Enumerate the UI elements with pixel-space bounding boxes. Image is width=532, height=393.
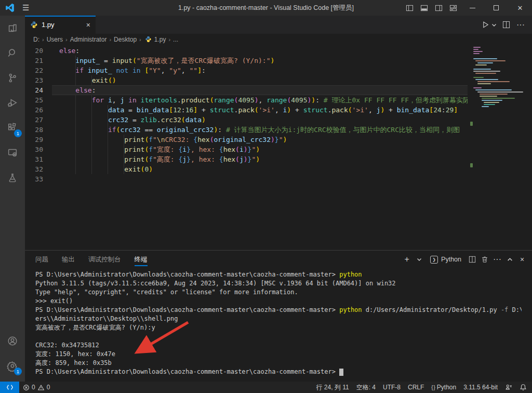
code-text: else: [52, 85, 468, 95]
chevron-right-icon: › [64, 36, 69, 43]
line-number: 22 [25, 66, 52, 75]
terminal-line [35, 332, 522, 341]
code-line-20[interactable]: 20else: [25, 46, 468, 56]
problems-status[interactable]: 0 0 [19, 382, 54, 393]
line-number: 21 [25, 56, 52, 66]
code-line-32[interactable]: 32 exit(0) [25, 164, 468, 174]
breadcrumb-item[interactable]: Administrator [70, 36, 107, 43]
language-status[interactable]: { } Python [428, 382, 460, 393]
minimap[interactable] [470, 45, 532, 250]
tab-close-icon[interactable]: × [86, 21, 90, 29]
panel-tab-output[interactable]: 输出 [62, 251, 75, 268]
kill-terminal-trash-icon[interactable] [479, 253, 490, 266]
breadcrumb: D:› Users› Administrator› Desktop› 1.py›… [25, 34, 532, 45]
chevron-right-icon: › [41, 36, 45, 43]
terminal-output[interactable]: PS D:\Users\Administrator\Downloads\caoz… [35, 270, 522, 379]
code-line-33[interactable]: 33 [25, 174, 468, 184]
encoding-status[interactable]: UTF-8 [379, 382, 404, 393]
panel-tab-problems[interactable]: 问题 [35, 251, 48, 268]
explorer-icon[interactable] [0, 16, 25, 41]
minimap-line [484, 104, 495, 105]
remote-indicator[interactable] [0, 382, 19, 393]
bottom-panel: 问题 输出 调试控制台 终端 + ❯ Python ··· [25, 250, 532, 382]
line-number: 26 [25, 105, 52, 115]
code-line-30[interactable]: 30 print(f"宽度: {i}, hex: {hex(i)}") [25, 145, 468, 154]
code-line-26[interactable]: 26 data = bin_data[12:16] + struct.pack(… [25, 105, 468, 115]
new-terminal-icon[interactable]: + [401, 253, 413, 266]
code-line-28[interactable]: 28 if(crc32 == original_crc32): # 计算当图片大… [25, 125, 468, 135]
terminal-line: CRC32: 0x34735812 [35, 341, 522, 350]
toggle-panel-icon[interactable] [417, 0, 431, 16]
terminal-dropdown-chevron-icon[interactable] [414, 253, 425, 266]
minimap-line [475, 79, 498, 80]
split-editor-icon[interactable] [500, 19, 512, 31]
maximize-panel-chevron-icon[interactable] [504, 253, 515, 266]
code-line-22[interactable]: 22 if input_ not in ["Y", "y", ""]: [25, 66, 468, 75]
line-number: 33 [25, 174, 52, 184]
testing-icon[interactable] [0, 165, 25, 190]
eol-status[interactable]: CRLF [404, 382, 428, 393]
minimize-button[interactable] [460, 0, 484, 16]
tab-1py[interactable]: 1.py × [25, 16, 96, 34]
panel-tab-debug-console[interactable]: 调试控制台 [88, 251, 121, 268]
settings-gear-icon[interactable]: 1 [0, 353, 25, 378]
notifications-bell-icon[interactable] [516, 382, 528, 393]
search-icon[interactable] [0, 41, 25, 66]
close-panel-icon[interactable]: × [516, 253, 528, 266]
breadcrumb-item[interactable]: Desktop [114, 36, 137, 43]
code-line-25[interactable]: 25 for i, j in itertools.product(range(4… [25, 95, 468, 105]
run-dropdown-chevron-icon[interactable] [490, 19, 498, 31]
terminal-line: 高度: 859, hex: 0x35b [35, 359, 522, 368]
panel-tab-terminal[interactable]: 终端 [135, 251, 148, 268]
code-editor[interactable]: 20else:21 input_ = input("宽高被改了，是否CRC爆破宽… [25, 45, 532, 250]
line-number: 24 [25, 85, 52, 95]
minimap-line [473, 58, 497, 59]
chevron-right-icon: › [108, 36, 112, 43]
python-interpreter-status[interactable]: 3.11.5 64-bit [460, 382, 501, 393]
run-python-file-icon[interactable] [479, 19, 491, 31]
account-icon[interactable] [0, 329, 25, 353]
split-terminal-icon[interactable] [467, 253, 478, 266]
code-line-23[interactable]: 23 exit() [25, 75, 468, 85]
code-line-31[interactable]: 31 print(f"高度: {j}, hex: {hex(j)}") [25, 154, 468, 164]
terminal-line: ers\\Administrator\\Desktop\\shell.png [35, 315, 522, 323]
code-text: crc32 = zlib.crc32(data) [52, 115, 468, 125]
indentation-status[interactable]: 空格: 4 [353, 382, 379, 393]
breadcrumb-item[interactable]: 1.py [154, 36, 166, 43]
extensions-icon[interactable]: 1 [0, 115, 25, 140]
code-line-21[interactable]: 21 input_ = input("宽高被改了，是否CRC爆破宽高? (Y/n… [25, 56, 468, 66]
code-lines: 20else:21 input_ = input("宽高被改了，是否CRC爆破宽… [25, 46, 468, 184]
source-control-icon[interactable] [0, 66, 25, 90]
code-text: exit() [52, 75, 468, 85]
title-bar: ☰ 1.py - caozha-comment-master - Visual … [0, 0, 532, 16]
breadcrumb-item[interactable]: Users [47, 36, 63, 43]
menu-icon[interactable]: ☰ [22, 3, 29, 12]
code-line-24[interactable]: 24 else: [25, 85, 468, 95]
terminal-profile-item[interactable]: ❯ Python [430, 256, 461, 264]
cursor-position-status[interactable]: 行 24, 列 11 [313, 382, 353, 393]
panel-more-actions-icon[interactable]: ··· [491, 253, 503, 266]
customize-layout-icon[interactable] [446, 0, 460, 16]
breadcrumb-item[interactable]: ... [173, 36, 178, 43]
code-line-29[interactable]: 29 print(f"\nCRC32: {hex(original_crc32)… [25, 135, 468, 145]
more-actions-icon[interactable]: ··· [514, 19, 527, 31]
feedback-icon[interactable] [501, 382, 516, 393]
close-window-button[interactable]: ✕ [508, 0, 532, 16]
code-text [52, 174, 468, 184]
vscode-window: ☰ 1.py - caozha-comment-master - Visual … [0, 0, 532, 393]
maximize-button[interactable] [484, 0, 508, 16]
line-number: 23 [25, 75, 52, 85]
remote-explorer-icon[interactable] [0, 140, 25, 165]
toggle-secondary-sidebar-icon[interactable] [431, 0, 446, 16]
run-debug-icon[interactable] [0, 90, 25, 115]
code-line-27[interactable]: 27 crc32 = zlib.crc32(data) [25, 115, 468, 125]
terminal-line: Type "help", "copyright", "credits" or "… [35, 288, 522, 297]
line-number: 27 [25, 115, 52, 125]
minimap-line [482, 106, 489, 107]
line-number: 29 [25, 135, 52, 145]
minimap-line [477, 62, 493, 63]
toggle-sidebar-icon[interactable] [402, 0, 417, 16]
code-text: data = bin_data[12:16] + struct.pack('>i… [52, 105, 468, 115]
breadcrumb-item[interactable]: D: [33, 36, 39, 43]
minimap-line [473, 53, 480, 54]
